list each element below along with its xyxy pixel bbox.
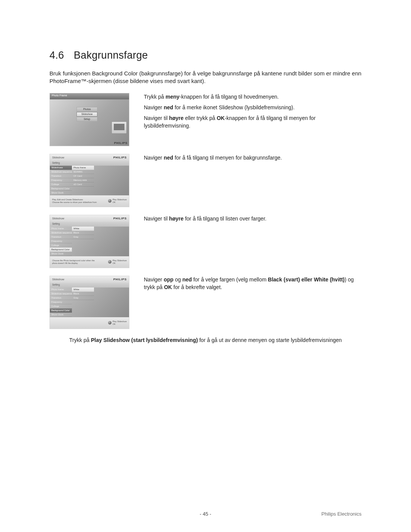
section-number: 4.6 [49, 50, 71, 61]
screenshot-footer: Choose the Photo background color when t… [50, 256, 129, 268]
menu-item: Setup [76, 117, 97, 121]
list-item: Transition [50, 235, 72, 239]
ok-icon [108, 199, 112, 203]
screenshot-slideshow-settings: Slideshow PHILIPS Setting Slideshows Sli… [49, 154, 129, 207]
step-3: Slideshow PHILIPS Setting Photo frame Sl… [49, 215, 362, 268]
list-item-selected: Background Color [50, 248, 72, 252]
page-footer: - 45 - Philips Electronics [0, 511, 411, 517]
list-item: Gray [72, 235, 94, 239]
menu-item: Photos [76, 107, 97, 112]
step-4-text: Naviger opp og ned for å velge fargen (v… [137, 276, 362, 294]
preview-icon [112, 121, 127, 134]
list-item-selected: White [72, 288, 94, 292]
step-1: Photo Frame Photos Slideshow Setup PHILI… [49, 93, 362, 146]
footer-hint: Play, Edit and Create Slideshows Choose … [52, 198, 97, 203]
list-item: SD/MMC [72, 170, 94, 174]
step-1-text: Trykk på meny-knappen for å få tilgang t… [137, 93, 362, 133]
ok-icon [108, 321, 112, 324]
list-item: CF Card [72, 174, 94, 178]
screenshot-header: Slideshow PHILIPS [50, 154, 129, 161]
list-item: Background Color [50, 308, 72, 313]
list-item: Show Clock [50, 313, 72, 317]
manual-page: 4.6 Bakgrunnsfarge Bruk funksjonen Backg… [0, 0, 411, 532]
screenshot-subheader: Setting [50, 161, 129, 166]
right-column: White Black Gray [72, 288, 94, 317]
step-line: Naviger til høyre eller trykk på OK-knap… [144, 114, 362, 130]
section-title: Bakgrunnsfarge [74, 50, 148, 61]
list-item: Photo frame [50, 227, 72, 231]
step-line: Naviger til høyre for å få tilgang til l… [144, 215, 362, 222]
screenshot-footer: Play Slideshow OK [50, 317, 129, 329]
list-item: Slideshow sequence [50, 170, 72, 174]
screenshot-subheader: Setting [50, 283, 129, 288]
screenshot-body: Slideshows Slideshow sequence Transition… [50, 166, 129, 195]
list-item: Memory stick [72, 178, 94, 182]
publisher: Philips Electronics [322, 511, 362, 517]
step-line: Naviger opp og ned for å velge fargen (v… [144, 276, 362, 291]
screenshot-menu: Photos Slideshow Setup [76, 107, 97, 122]
step-3-thumb: Slideshow PHILIPS Setting Photo frame Sl… [49, 215, 137, 268]
list-item: Background Color [50, 187, 72, 191]
list-item: White [72, 227, 94, 231]
list-item: Slideshow sequence [50, 231, 72, 235]
screenshot-body: Photo frame Slideshow sequence Transitio… [50, 227, 129, 256]
screenshot-main-menu: Photo Frame Photos Slideshow Setup PHILI… [49, 93, 129, 146]
screenshot-header: Slideshow PHILIPS [50, 215, 129, 222]
screenshot-title: Photo Frame [50, 93, 129, 99]
list-item: Gray [72, 296, 94, 300]
menu-item-selected: Slideshow [76, 112, 97, 117]
list-item: Transition [50, 296, 72, 300]
list-item: xD Card [72, 182, 94, 187]
list-item: Slideshow sequence [50, 292, 72, 296]
footer-ok: Play Slideshow OK [108, 198, 127, 203]
list-item: Photo frame [72, 166, 94, 170]
intro-paragraph: Bruk funksjonen Background Color (bakgru… [49, 70, 362, 85]
step-4-thumb: Slideshow PHILIPS Setting Photo frame Sl… [49, 276, 137, 329]
step-line: Naviger ned for å få tilgang til menyen … [144, 154, 362, 161]
step-line: Naviger ned for å merke ikonet Slideshow… [144, 104, 362, 111]
footer-hint: Choose the Photo background color when t… [52, 259, 95, 264]
left-column: Photo frame Slideshow sequence Transitio… [50, 288, 72, 317]
list-item: Show Clock [50, 191, 72, 195]
list-item-selected: Slideshows [50, 166, 72, 170]
brand-label: PHILIPS [113, 278, 127, 281]
list-item: Collage [50, 182, 72, 187]
right-column: Photo frame SD/MMC CF Card Memory stick … [72, 166, 94, 195]
screenshot-header: Slideshow PHILIPS [50, 276, 129, 283]
right-column: White Black Gray [72, 227, 94, 256]
list-item: Black [72, 231, 94, 235]
list-item: Transition [50, 174, 72, 178]
step-3-text: Naviger til høyre for å få tilgang til l… [137, 215, 362, 225]
step-2: Slideshow PHILIPS Setting Slideshows Sli… [49, 154, 362, 207]
screenshot-color-select: Slideshow PHILIPS Setting Photo frame Sl… [49, 276, 129, 329]
list-item: Photo frame [50, 288, 72, 292]
screenshot-footer: Play, Edit and Create Slideshows Choose … [50, 195, 129, 207]
step-2-text: Naviger ned for å få tilgang til menyen … [137, 154, 362, 165]
list-item: Show Clock [50, 252, 72, 256]
brand-label: PHILIPS [113, 156, 127, 159]
page-number: - 45 - [200, 511, 211, 517]
closing-instruction: Trykk på Play Slideshow (start lysbildef… [49, 337, 362, 344]
list-item: Frequency [50, 178, 72, 182]
section-heading: 4.6 Bakgrunnsfarge [49, 50, 362, 61]
footer-ok: Play Slideshow OK [108, 259, 127, 264]
step-4: Slideshow PHILIPS Setting Photo frame Sl… [49, 276, 362, 329]
ok-icon [108, 260, 112, 264]
brand-label: PHILIPS [113, 217, 127, 220]
list-item: Black [72, 292, 94, 296]
step-1-thumb: Photo Frame Photos Slideshow Setup PHILI… [49, 93, 137, 146]
left-column: Photo frame Slideshow sequence Transitio… [50, 227, 72, 256]
left-column: Slideshows Slideshow sequence Transition… [50, 166, 72, 195]
list-item: Collage [50, 304, 72, 308]
screenshot-background-color-menu: Slideshow PHILIPS Setting Photo frame Sl… [49, 215, 129, 268]
list-item: Frequency [50, 239, 72, 243]
step-2-thumb: Slideshow PHILIPS Setting Slideshows Sli… [49, 154, 137, 207]
list-item: Collage [50, 243, 72, 248]
step-line: Trykk på meny-knappen for å få tilgang t… [144, 93, 362, 101]
brand-label: PHILIPS [114, 141, 127, 145]
footer-ok: Play Slideshow OK [108, 320, 127, 325]
screenshot-subheader: Setting [50, 222, 129, 227]
screenshot-body: Photo frame Slideshow sequence Transitio… [50, 288, 129, 317]
list-item: Frequency [50, 300, 72, 304]
